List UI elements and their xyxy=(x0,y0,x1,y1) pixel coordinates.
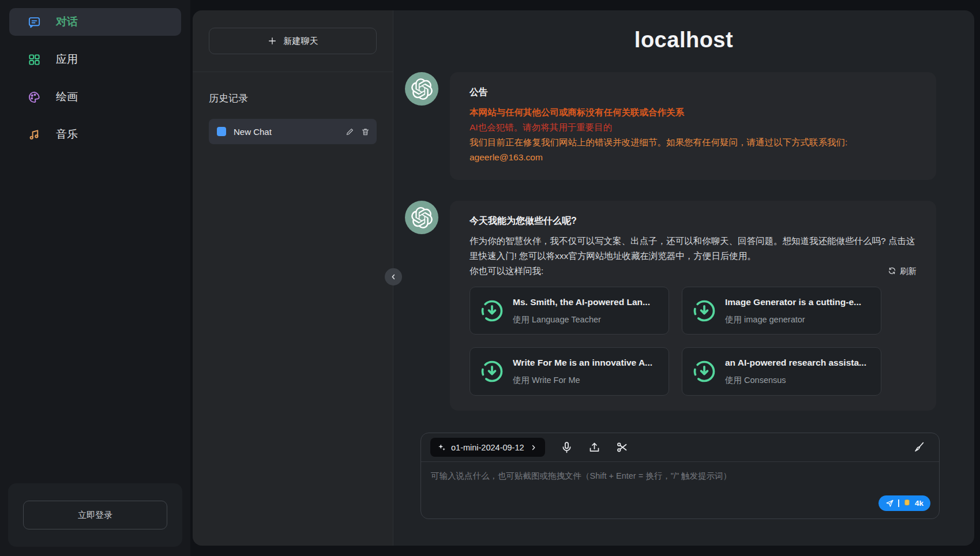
page-title: localhost xyxy=(634,28,733,52)
chat-list-panel: 新建聊天 历史记录 New Chat xyxy=(193,10,393,546)
message-announcement: 公告 本网站与任何其他公司或商标没有任何关联或合作关系 AI也会犯错。请勿将其用… xyxy=(405,72,936,180)
sidebar-item-draw[interactable]: 绘画 xyxy=(9,83,181,111)
mic-icon xyxy=(561,441,573,453)
badge-separator xyxy=(898,499,899,507)
main-chat-area: localhost 公告 本网站与任何其他公司或商标没有任何关联或合作关系 AI… xyxy=(393,10,974,546)
suggestion-card[interactable]: Ms. Smith, the AI-powered Lan... 使用 Lang… xyxy=(470,287,669,335)
composer-body: 4k xyxy=(421,462,939,519)
new-chat-button[interactable]: 新建聊天 xyxy=(209,28,377,54)
message-input[interactable] xyxy=(421,462,939,519)
suggestion-grid: Ms. Smith, the AI-powered Lan... 使用 Lang… xyxy=(470,287,917,396)
download-circle-icon xyxy=(692,359,717,384)
clear-button[interactable] xyxy=(913,441,925,453)
history-title: 历史记录 xyxy=(209,92,377,105)
card-texts: Image Generator is a cutting-e... 使用 ima… xyxy=(725,295,861,326)
card-title: Image Generator is a cutting-e... xyxy=(725,295,861,310)
ask-hint: 你也可以这样问我: xyxy=(470,264,543,279)
conversation-actions xyxy=(346,127,370,136)
refresh-label: 刷新 xyxy=(900,264,917,278)
suggestion-card[interactable]: Write For Me is an innovative A... 使用 Wr… xyxy=(470,347,669,395)
download-circle-icon xyxy=(692,298,717,324)
login-card: 立即登录 xyxy=(8,483,182,547)
upload-icon xyxy=(588,441,600,453)
hint-row: 你也可以这样问我: 刷新 xyxy=(470,264,917,279)
send-icon xyxy=(885,499,894,508)
model-selector[interactable]: o1-mini-2024-09-12 xyxy=(430,438,545,457)
card-subtitle: 使用 Language Teacher xyxy=(513,313,650,326)
sidebar-item-label: 应用 xyxy=(56,52,78,67)
chat-icon xyxy=(28,16,41,29)
conversation-item[interactable]: New Chat xyxy=(209,119,377,144)
app-root: 对话 应用 绘画 音乐 立即登录 xyxy=(0,0,980,556)
announcement-line-1: 本网站与任何其他公司或商标没有任何关联或合作关系 xyxy=(470,105,917,120)
token-count: 4k xyxy=(915,499,923,508)
palette-icon xyxy=(28,91,41,104)
sparkle-icon xyxy=(438,444,446,452)
announcement-heading: 公告 xyxy=(470,85,917,100)
scissors-icon xyxy=(616,441,628,453)
sidebar-item-chat[interactable]: 对话 xyxy=(9,8,181,36)
broom-icon xyxy=(913,441,925,453)
conversation-title: New Chat xyxy=(234,127,338,137)
message-welcome: 今天我能为您做些什么呢? 作为你的智慧伙伴，我不仅可以写文案、出点子，还可以和你… xyxy=(405,201,936,411)
upload-button[interactable] xyxy=(588,441,600,453)
main-header: localhost xyxy=(393,10,974,52)
conversation-color-badge xyxy=(217,127,226,136)
coins-icon xyxy=(903,499,911,508)
card-subtitle: 使用 Consensus xyxy=(725,373,866,387)
edit-icon[interactable] xyxy=(346,127,354,136)
card-texts: Ms. Smith, the AI-powered Lan... 使用 Lang… xyxy=(513,295,650,326)
card-texts: an AI-powered research assista... 使用 Con… xyxy=(725,355,866,387)
suggestion-card[interactable]: Image Generator is a cutting-e... 使用 ima… xyxy=(682,287,881,335)
refresh-button[interactable]: 刷新 xyxy=(888,264,917,278)
message-list: 公告 本网站与任何其他公司或商标没有任何关联或合作关系 AI也会犯错。请勿将其用… xyxy=(393,52,974,433)
refresh-icon xyxy=(888,266,896,275)
suggestion-card[interactable]: an AI-powered research assista... 使用 Con… xyxy=(682,347,881,395)
composer-toolbar: o1-mini-2024-09-12 xyxy=(421,433,939,462)
download-circle-icon xyxy=(479,298,505,324)
card-title: Ms. Smith, the AI-powered Lan... xyxy=(513,295,650,310)
download-circle-icon xyxy=(479,359,505,384)
model-label: o1-mini-2024-09-12 xyxy=(451,443,524,452)
sidebar-item-label: 绘画 xyxy=(56,89,78,104)
card-title: an AI-powered research assista... xyxy=(725,355,866,370)
workspace-panel: 新建聊天 历史记录 New Chat xyxy=(193,10,974,546)
divider xyxy=(193,72,393,72)
scissors-button[interactable] xyxy=(616,441,628,453)
sidebar-item-label: 对话 xyxy=(56,14,78,29)
announcement-line-3: 我们目前正在修复我们网站上的错误并改进细节。如果您有任何疑问，请通过以下方式联系… xyxy=(470,135,917,150)
sidebar-item-label: 音乐 xyxy=(56,127,78,142)
trash-icon[interactable] xyxy=(361,127,370,136)
sidebar: 对话 应用 绘画 音乐 立即登录 xyxy=(0,0,190,556)
send-button[interactable]: 4k xyxy=(878,495,930,511)
chevron-right-icon xyxy=(530,444,538,452)
welcome-body: 作为你的智慧伙伴，我不仅可以写文案、出点子，还可以和你聊天、回答问题。想知道我还… xyxy=(470,234,917,264)
composer-wrap: o1-mini-2024-09-12 xyxy=(393,433,974,546)
card-texts: Write For Me is an innovative A... 使用 Wr… xyxy=(513,355,652,387)
assistant-avatar xyxy=(405,72,438,106)
card-subtitle: 使用 Write For Me xyxy=(513,373,652,387)
openai-logo-icon xyxy=(411,78,433,100)
composer: o1-mini-2024-09-12 xyxy=(420,433,940,519)
chevron-left-icon xyxy=(389,273,397,281)
login-button[interactable]: 立即登录 xyxy=(23,501,167,529)
message-bubble: 公告 本网站与任何其他公司或商标没有任何关联或合作关系 AI也会犯错。请勿将其用… xyxy=(450,72,936,180)
openai-logo-icon xyxy=(411,207,433,228)
sidebar-item-music[interactable]: 音乐 xyxy=(9,121,181,148)
mic-button[interactable] xyxy=(561,441,573,453)
plus-icon xyxy=(268,36,277,46)
card-title: Write For Me is an innovative A... xyxy=(513,355,652,370)
apps-icon xyxy=(28,53,41,66)
new-chat-label: 新建聊天 xyxy=(284,36,318,47)
card-subtitle: 使用 image generator xyxy=(725,313,861,326)
assistant-avatar xyxy=(405,201,438,234)
contact-email-link[interactable]: ageerle@163.com xyxy=(470,150,543,165)
music-icon xyxy=(28,128,41,141)
announcement-line-2: AI也会犯错。请勿将其用于重要目的 xyxy=(470,120,917,135)
welcome-heading: 今天我能为您做些什么呢? xyxy=(470,213,917,229)
message-bubble: 今天我能为您做些什么呢? 作为你的智慧伙伴，我不仅可以写文案、出点子，还可以和你… xyxy=(450,201,936,411)
sidebar-item-apps[interactable]: 应用 xyxy=(9,46,181,73)
collapse-sidebar-button[interactable] xyxy=(385,268,402,285)
